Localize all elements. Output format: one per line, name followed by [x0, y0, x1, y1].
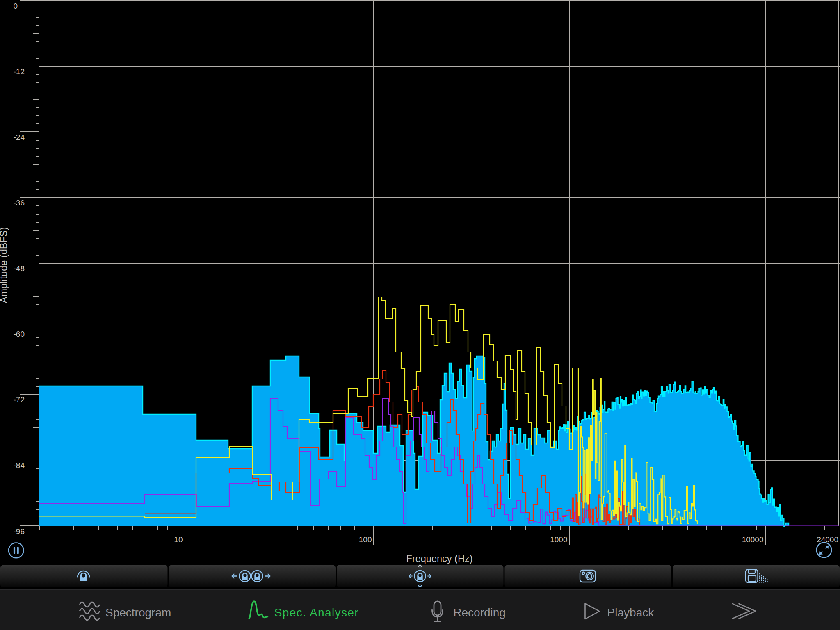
svg-text:-36: -36 [14, 199, 25, 207]
svg-text:-84: -84 [14, 461, 25, 470]
svg-text:10000: 10000 [742, 535, 764, 544]
svg-text:Playback: Playback [607, 606, 655, 619]
svg-text:-96: -96 [14, 527, 25, 536]
svg-text:1000: 1000 [550, 535, 567, 544]
svg-text:Spectrogram: Spectrogram [105, 606, 171, 619]
svg-text:-12: -12 [14, 67, 25, 76]
svg-text:-48: -48 [14, 264, 25, 273]
svg-text:Amplitude (dBFS): Amplitude (dBFS) [0, 227, 9, 303]
svg-text:10: 10 [174, 535, 183, 544]
svg-text:Spec. Analyser: Spec. Analyser [274, 606, 359, 619]
svg-text:-72: -72 [14, 395, 25, 404]
svg-text:0: 0 [14, 2, 18, 10]
svg-text:24000: 24000 [817, 535, 838, 544]
svg-text:-24: -24 [14, 133, 25, 142]
svg-text:Frequency (Hz): Frequency (Hz) [406, 553, 473, 564]
svg-text:100: 100 [359, 535, 372, 544]
svg-text:Recording: Recording [453, 606, 506, 619]
svg-text:-60: -60 [14, 330, 25, 338]
